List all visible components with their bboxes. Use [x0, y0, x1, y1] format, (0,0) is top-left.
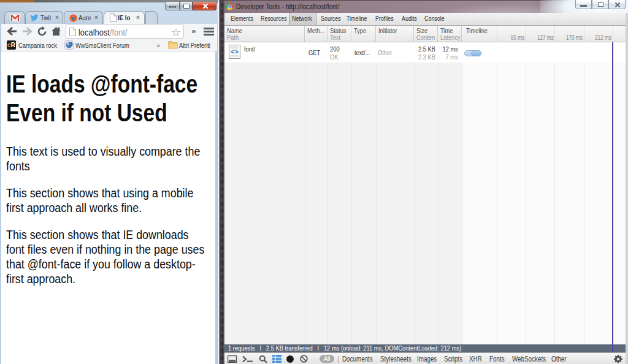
- svg-text:<>: <>: [231, 48, 239, 55]
